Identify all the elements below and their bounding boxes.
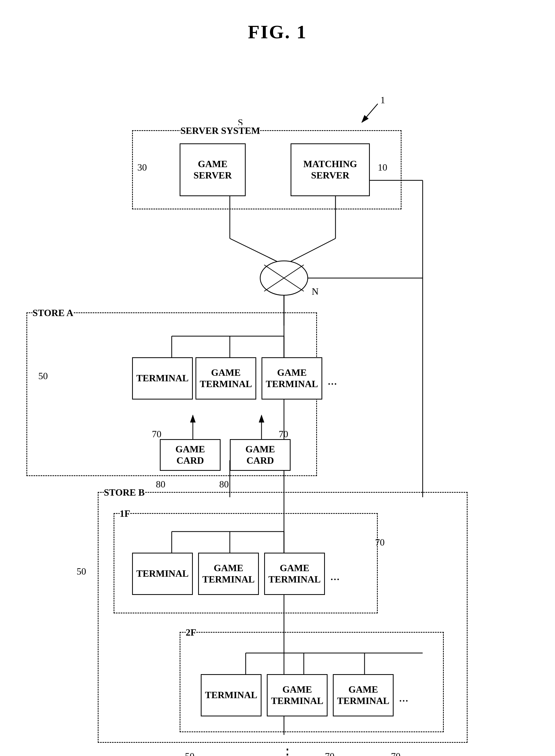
ref-num-50a: 50 (38, 370, 48, 382)
server-system-label: SERVER SYSTEM (180, 125, 260, 136)
store-a-label: STORE A (33, 307, 73, 318)
ellipsis-b1-terminals: ... (330, 569, 340, 583)
svg-line-9 (264, 265, 304, 291)
ref-num-80a2: 80 (219, 479, 229, 490)
game-terminal-a1: GAME TERMINAL (196, 357, 256, 400)
ref-num-70b1: 70 (375, 537, 385, 548)
svg-point-7 (260, 261, 308, 295)
svg-line-8 (264, 265, 304, 291)
ref-num-70-bottom-left: 70 (325, 751, 334, 756)
ref-num-80a1: 80 (156, 479, 165, 490)
ref-num-50b1: 50 (77, 566, 86, 577)
ref-label-n: N (312, 286, 318, 297)
ellipsis-bottom: ⋮ (280, 746, 295, 756)
game-terminal-a2: GAME TERMINAL (261, 357, 322, 400)
terminal-a: TERMINAL (132, 357, 193, 400)
ref-num-50-bottom: 50 (185, 751, 195, 756)
terminal-b1: TERMINAL (132, 553, 193, 595)
svg-line-6 (284, 238, 336, 265)
page-title: FIG. 1 (0, 0, 555, 43)
game-terminal-b2-1: GAME TERMINAL (267, 674, 328, 716)
ref-num-70a1: 70 (152, 429, 161, 440)
svg-line-5 (230, 238, 284, 265)
ref-num-30: 30 (137, 162, 147, 173)
floor-1f-label: 1F (120, 508, 130, 519)
game-card-a2: GAME CARD (230, 439, 291, 471)
ellipsis-a-terminals: ... (328, 373, 337, 388)
store-b-label: STORE B (104, 487, 144, 498)
ref-num-70-bottom-right: 70 (391, 751, 400, 756)
ref-num-1: 1 (380, 94, 385, 105)
game-card-a1: GAME CARD (160, 439, 221, 471)
game-terminal-b1-2: GAME TERMINAL (264, 553, 325, 595)
matching-server-box: MATCHING SERVER (291, 143, 370, 196)
ref-num-70a2: 70 (279, 429, 288, 440)
game-server-box: GAME SERVER (180, 143, 246, 196)
terminal-b2: TERMINAL (201, 674, 261, 716)
game-terminal-b2-2: GAME TERMINAL (333, 674, 394, 716)
floor-2f-label: 2F (186, 627, 196, 638)
svg-line-2 (362, 104, 378, 122)
ref-num-10: 10 (378, 162, 387, 173)
game-terminal-b1-1: GAME TERMINAL (198, 553, 259, 595)
ellipsis-b2-terminals: ... (399, 690, 409, 705)
